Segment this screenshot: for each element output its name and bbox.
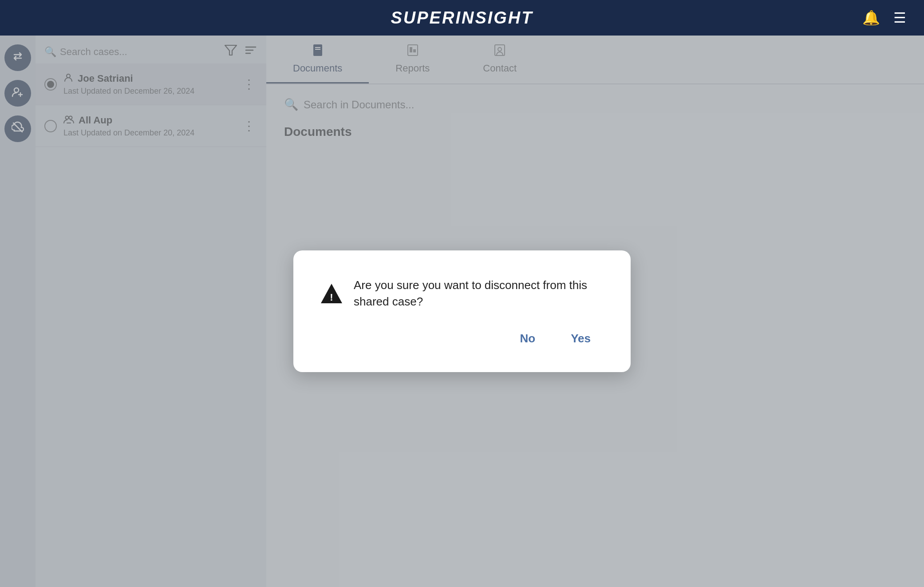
header-actions: 🔔 ☰ <box>862 9 906 26</box>
confirmation-dialog: ! Are you sure you want to disconnect fr… <box>293 250 631 372</box>
app-logo: SUPERINSIGHT <box>391 8 533 28</box>
dialog-body: ! Are you sure you want to disconnect fr… <box>320 277 604 309</box>
app-header: SUPERINSIGHT 🔔 ☰ <box>0 0 924 36</box>
menu-icon[interactable]: ☰ <box>893 9 906 26</box>
dialog-message: Are you sure you want to disconnect from… <box>354 277 604 309</box>
notification-icon[interactable]: 🔔 <box>862 9 880 26</box>
svg-text:!: ! <box>330 292 333 303</box>
dialog-yes-button[interactable]: Yes <box>562 327 600 350</box>
modal-overlay: ! Are you sure you want to disconnect fr… <box>0 36 924 587</box>
warning-triangle-icon: ! <box>320 282 343 305</box>
dialog-no-button[interactable]: No <box>511 327 545 350</box>
dialog-actions: No Yes <box>320 327 604 350</box>
main-layout: 🔍 Search cases... <box>0 36 924 587</box>
